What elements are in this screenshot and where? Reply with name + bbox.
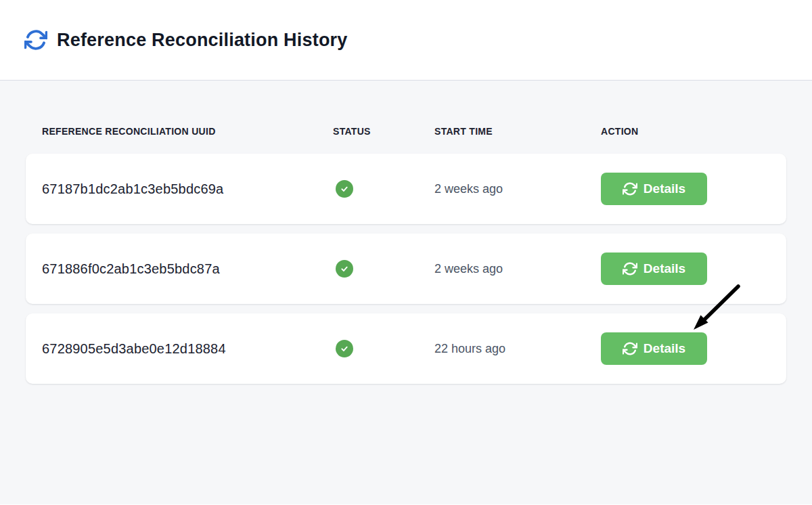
action-cell: Details: [601, 252, 770, 285]
table-row: 671886f0c2ab1c3eb5bdc87a 2 weeks ago Det…: [26, 234, 786, 304]
details-button-label: Details: [644, 181, 685, 196]
status-cell: [333, 180, 434, 198]
refresh-icon: [623, 341, 637, 356]
column-header-status: STATUS: [333, 126, 434, 137]
table-row: 67187b1dc2ab1c3eb5bdc69a 2 weeks ago Det…: [26, 154, 786, 224]
column-header-action: ACTION: [601, 126, 770, 137]
uuid-cell: 671886f0c2ab1c3eb5bdc87a: [42, 261, 333, 277]
status-success-check-icon: [336, 340, 353, 357]
page-header: Reference Reconciliation History: [0, 0, 812, 81]
refresh-icon: [623, 261, 637, 276]
refresh-icon: [24, 28, 47, 51]
start-time-cell: 22 hours ago: [434, 342, 601, 356]
content-area: REFERENCE RECONCILIATION UUID STATUS STA…: [0, 81, 812, 504]
table-header-row: REFERENCE RECONCILIATION UUID STATUS STA…: [26, 126, 786, 137]
action-cell: Details: [601, 173, 770, 205]
column-header-start-time: START TIME: [434, 126, 601, 137]
uuid-cell: 67187b1dc2ab1c3eb5bdc69a: [42, 181, 333, 197]
details-button-label: Details: [644, 341, 685, 356]
uuid-cell: 6728905e5d3abe0e12d18884: [42, 341, 333, 357]
details-button[interactable]: Details: [601, 332, 707, 365]
details-button-label: Details: [644, 261, 685, 276]
page-title: Reference Reconciliation History: [57, 30, 348, 51]
status-cell: [333, 340, 434, 357]
details-button[interactable]: Details: [601, 252, 707, 285]
table-row: 6728905e5d3abe0e12d18884 22 hours ago De…: [26, 313, 786, 384]
start-time-cell: 2 weeks ago: [434, 182, 601, 196]
details-button[interactable]: Details: [601, 173, 707, 205]
action-cell: Details: [601, 332, 770, 365]
table-body: 67187b1dc2ab1c3eb5bdc69a 2 weeks ago Det…: [26, 154, 786, 384]
status-success-check-icon: [336, 180, 353, 198]
status-success-check-icon: [336, 260, 353, 278]
start-time-cell: 2 weeks ago: [434, 262, 601, 276]
status-cell: [333, 260, 434, 278]
column-header-uuid: REFERENCE RECONCILIATION UUID: [42, 126, 333, 137]
refresh-icon: [623, 181, 637, 196]
